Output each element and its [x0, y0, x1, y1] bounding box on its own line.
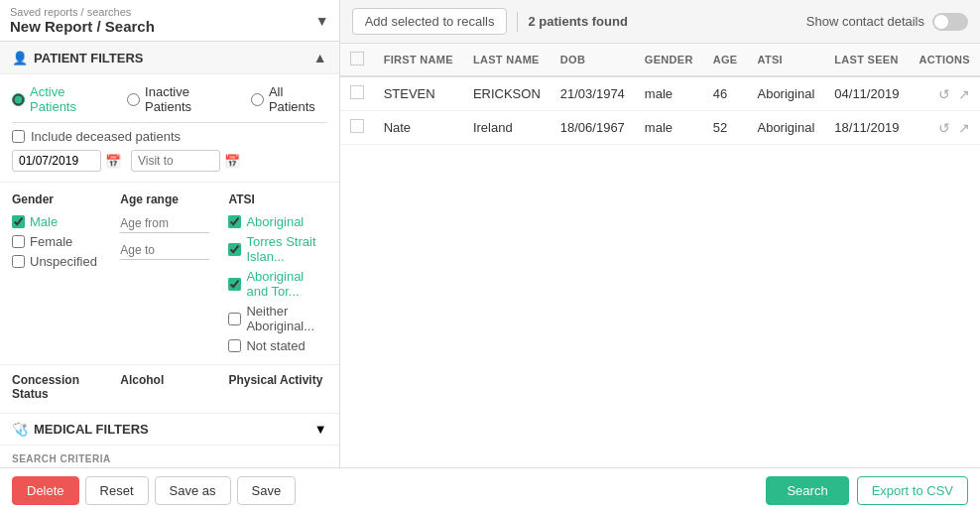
- results-table: FIRST NAME LAST NAME DOB GENDER AGE ATSI…: [340, 44, 980, 467]
- torres-strait-checkbox[interactable]: Torres Strait Islan...: [228, 234, 326, 264]
- show-contact-toggle[interactable]: [932, 13, 968, 31]
- first-name-header: FIRST NAME: [374, 44, 463, 76]
- patient-status-radio-row: Active Patients Inactive Patients All Pa…: [12, 84, 327, 114]
- actions-cell-0: ↺ ↗: [909, 76, 980, 111]
- age-range-col: Age range: [120, 192, 218, 358]
- table-row: STEVEN ERICKSON 21/03/1974 male 46 Abori…: [340, 76, 980, 111]
- last-seen-cell-1: 18/11/2019: [824, 111, 909, 145]
- dob-header: DOB: [551, 44, 635, 76]
- age-to-input[interactable]: [120, 241, 209, 260]
- save-as-button[interactable]: Save as: [155, 476, 231, 505]
- results-header: Add selected to recalls 2 patients found…: [340, 0, 980, 44]
- header-divider: [517, 12, 518, 32]
- patients-found-label: 2 patients found: [528, 14, 627, 29]
- gender-cell-0: male: [635, 76, 703, 111]
- concession-row: Concession Status Alcohol Physical Activ…: [0, 365, 339, 414]
- first-name-cell-0: STEVEN: [374, 76, 463, 111]
- select-all-header[interactable]: [340, 44, 374, 76]
- history-icon-0[interactable]: ↺: [938, 86, 950, 102]
- unspecified-checkbox[interactable]: Unspecified: [12, 254, 110, 269]
- right-panel: Add selected to recalls 2 patients found…: [340, 0, 980, 467]
- delete-button[interactable]: Delete: [12, 476, 79, 505]
- gender-cell-1: male: [635, 111, 703, 145]
- add-recalls-button[interactable]: Add selected to recalls: [352, 8, 508, 35]
- person-icon: 👤: [12, 51, 28, 65]
- calendar-from-icon[interactable]: 📅: [105, 154, 121, 169]
- open-record-icon-1[interactable]: ↗: [958, 120, 970, 136]
- age-header: AGE: [703, 44, 748, 76]
- saved-reports-breadcrumb: Saved reports / searches: [10, 6, 155, 18]
- results-left: Add selected to recalls 2 patients found: [352, 8, 628, 35]
- age-cell-0: 46: [703, 76, 748, 111]
- calendar-to-icon[interactable]: 📅: [224, 154, 240, 169]
- gender-header: GENDER: [635, 44, 703, 76]
- search-criteria-block: SEARCH CRITERIA All active male patients…: [0, 446, 339, 467]
- first-name-cell-1: Nate: [374, 111, 463, 145]
- export-csv-button[interactable]: Export to CSV: [857, 476, 968, 505]
- visit-to-input[interactable]: [131, 150, 220, 172]
- stethoscope-icon: 🩺: [12, 422, 28, 437]
- not-stated-checkbox[interactable]: Not stated: [228, 338, 326, 353]
- contact-toggle-row: Show contact details: [806, 13, 968, 31]
- visit-from-input[interactable]: [12, 150, 101, 172]
- bottom-right-buttons: Search Export to CSV: [766, 476, 968, 505]
- age-cell-1: 52: [703, 111, 748, 145]
- table-row: Nate Ireland 18/06/1967 male 52 Aborigin…: [340, 111, 980, 145]
- dob-cell-1: 18/06/1967: [551, 111, 635, 145]
- save-button[interactable]: Save: [237, 476, 297, 505]
- last-name-header: LAST NAME: [463, 44, 551, 76]
- physical-activity-col: Physical Activity: [228, 373, 326, 407]
- gender-age-atsi-row: Gender Male Female Unspecified Age range: [0, 183, 339, 365]
- concession-col: Concession Status: [12, 373, 110, 407]
- collapse-patient-filters-btn[interactable]: ▲: [313, 50, 327, 65]
- visit-from-field: 📅: [12, 150, 121, 172]
- row-select-0[interactable]: [340, 76, 374, 111]
- last-name-cell-0: ERICKSON: [463, 76, 551, 111]
- open-record-icon-0[interactable]: ↗: [958, 86, 970, 102]
- report-dropdown-icon[interactable]: ▼: [315, 13, 329, 29]
- gender-filter-col: Gender Male Female Unspecified: [12, 192, 110, 358]
- row-select-1[interactable]: [340, 111, 374, 145]
- atsi-cell-1: Aboriginal: [747, 111, 824, 145]
- toggle-dot: [934, 15, 948, 29]
- last-seen-cell-0: 04/11/2019: [824, 76, 909, 111]
- age-from-input[interactable]: [120, 214, 209, 233]
- last-seen-header: LAST SEEN: [824, 44, 909, 76]
- female-checkbox[interactable]: Female: [12, 234, 110, 249]
- history-icon-1[interactable]: ↺: [938, 120, 950, 136]
- all-patients-radio[interactable]: All Patients: [251, 84, 327, 114]
- expand-medical-icon[interactable]: ▼: [314, 422, 327, 437]
- table-header-row: FIRST NAME LAST NAME DOB GENDER AGE ATSI…: [340, 44, 980, 76]
- atsi-cell-0: Aboriginal: [747, 76, 824, 111]
- bottom-left-buttons: Delete Reset Save as Save: [12, 476, 296, 505]
- last-name-cell-1: Ireland: [463, 111, 551, 145]
- medical-filters-title: 🩺 MEDICAL FILTERS: [12, 422, 149, 437]
- patient-filters-title: 👤 PATIENT FILTERS: [12, 51, 144, 65]
- dob-cell-0: 21/03/1974: [551, 76, 635, 111]
- actions-cell-1: ↺ ↗: [909, 111, 980, 145]
- saved-reports-bar: Saved reports / searches New Report / Se…: [0, 0, 339, 42]
- atsi-filter-col: ATSI Aboriginal Torres Strait Islan... A…: [228, 192, 326, 358]
- medical-filters-section[interactable]: 🩺 MEDICAL FILTERS ▼: [0, 414, 339, 446]
- visit-date-row: 📅 📅: [12, 150, 327, 172]
- aboriginal-and-torres-checkbox[interactable]: Aboriginal and Tor...: [228, 269, 326, 299]
- active-patients-radio[interactable]: Active Patients: [12, 84, 107, 114]
- atsi-header: ATSI: [747, 44, 824, 76]
- aboriginal-checkbox[interactable]: Aboriginal: [228, 214, 326, 229]
- actions-header: ACTIONS: [909, 44, 980, 76]
- left-panel: Saved reports / searches New Report / Se…: [0, 0, 340, 467]
- alcohol-col: Alcohol: [120, 373, 218, 407]
- visit-to-field: 📅: [131, 150, 240, 172]
- patient-filters-header: 👤 PATIENT FILTERS ▲: [0, 42, 339, 74]
- report-title: New Report / Search: [10, 18, 155, 35]
- inactive-patients-radio[interactable]: Inactive Patients: [127, 84, 231, 114]
- neither-aboriginal-checkbox[interactable]: Neither Aboriginal...: [228, 304, 326, 333]
- male-checkbox[interactable]: Male: [12, 214, 110, 229]
- search-button[interactable]: Search: [766, 476, 848, 505]
- patient-status-filter: Active Patients Inactive Patients All Pa…: [0, 74, 339, 183]
- reset-button[interactable]: Reset: [85, 476, 149, 505]
- include-deceased-checkbox[interactable]: Include deceased patients: [12, 129, 327, 144]
- bottom-bar: Delete Reset Save as Save Search Export …: [0, 467, 980, 513]
